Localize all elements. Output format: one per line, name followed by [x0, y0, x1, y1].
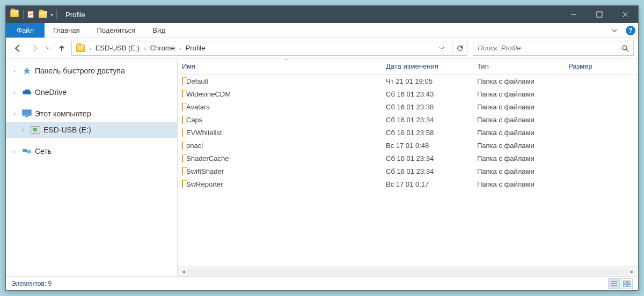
file-date: Сб 16 01 23:38: [382, 103, 473, 111]
view-icons-button[interactable]: [621, 278, 633, 289]
file-name: pnacl: [186, 142, 203, 150]
maximize-button[interactable]: [587, 6, 612, 23]
column-header-date[interactable]: Дата изменения: [382, 62, 473, 70]
breadcrumb-segment[interactable]: ESD-USB (E:): [93, 44, 142, 52]
sidebar-item-esdusb[interactable]: › ESD-USB (E:): [6, 122, 177, 138]
file-date: Сб 16 01 23:58: [382, 129, 473, 137]
sidebar-item-quickaccess[interactable]: › Панель быстрого доступа: [6, 63, 177, 79]
breadcrumb-segment[interactable]: Profile: [184, 44, 208, 52]
file-name: SwiftShader: [186, 167, 224, 175]
svg-rect-10: [23, 149, 27, 152]
address-dropdown-icon[interactable]: [439, 46, 450, 51]
search-icon[interactable]: [621, 45, 629, 52]
file-row[interactable]: DefaultЧт 21 01 19:05Папка с файлами: [178, 75, 638, 87]
folder-icon: [182, 129, 183, 137]
file-name: Avatars: [186, 103, 210, 111]
file-row[interactable]: ShaderCacheСб 16 01 23:34Папка с файлами: [178, 152, 638, 165]
folder-app-icon: [10, 10, 20, 19]
sidebar-label: OneDrive: [35, 88, 67, 97]
svg-rect-11: [27, 150, 31, 153]
sidebar-label: ESD-USB (E:): [43, 125, 91, 134]
window-title: Profile: [65, 11, 85, 19]
file-list[interactable]: DefaultЧт 21 01 19:05Папка с файламиWide…: [178, 75, 638, 267]
ribbon-tab-share[interactable]: Поделиться: [88, 23, 144, 38]
refresh-button[interactable]: [452, 41, 467, 56]
scroll-right-icon[interactable]: ►: [628, 269, 636, 275]
file-row[interactable]: pnaclВс 17 01 0:48Папка с файлами: [178, 139, 638, 152]
folder-icon: [182, 116, 183, 124]
qat-newfolder-icon[interactable]: [39, 11, 47, 18]
navigation-row: › ESD-USB (E:) › Chrome › Profile: [6, 38, 638, 58]
network-icon: [22, 146, 32, 156]
ribbon-tab-view[interactable]: Вид: [144, 23, 174, 38]
sidebar-item-thispc[interactable]: › Этот компьютер: [6, 106, 177, 122]
chevron-right-icon: ›: [13, 148, 19, 154]
file-name: WidevineCDM: [186, 90, 231, 98]
file-name: Caps: [186, 116, 202, 124]
qat-dropdown-icon[interactable]: ▾: [50, 12, 53, 18]
scroll-left-icon[interactable]: ◄: [180, 269, 187, 275]
search-box[interactable]: [473, 41, 634, 56]
breadcrumb-root-icon[interactable]: [74, 45, 87, 52]
file-date: Вс 17 01 0:17: [382, 180, 473, 188]
forward-button[interactable]: [27, 41, 42, 56]
file-type: Папка с файлами: [473, 180, 564, 188]
view-details-button[interactable]: [608, 278, 620, 289]
file-row[interactable]: SwiftShaderСб 16 01 23:34Папка с файлами: [178, 165, 638, 177]
horizontal-scrollbar[interactable]: ◄ ►: [178, 267, 638, 276]
sidebar-item-onedrive[interactable]: › OneDrive: [6, 84, 177, 100]
explorer-window: ▾ Profile Файл Главная Поделиться Вид ? …: [5, 5, 639, 291]
back-button[interactable]: [10, 41, 25, 56]
file-type: Папка с файлами: [473, 103, 564, 111]
sidebar-label: Панель быстрого доступа: [35, 66, 125, 75]
ribbon-tab-file[interactable]: Файл: [6, 23, 45, 38]
file-date: Сб 16 01 23:34: [382, 167, 473, 175]
search-input[interactable]: [478, 44, 621, 52]
history-dropdown-icon[interactable]: [45, 41, 52, 56]
file-row[interactable]: EVWhitelistСб 16 01 23:58Папка с файлами: [178, 126, 638, 139]
qat-divider: [23, 10, 24, 19]
column-header-type[interactable]: Тип: [473, 62, 564, 70]
chevron-right-icon: ›: [22, 127, 27, 133]
file-date: Сб 16 01 23:34: [382, 154, 473, 162]
breadcrumb-segment[interactable]: Chrome: [148, 44, 177, 52]
svg-rect-15: [624, 281, 626, 283]
close-button[interactable]: [612, 6, 638, 23]
column-header-size[interactable]: Размер: [564, 62, 638, 70]
file-name: SwReporter: [186, 180, 223, 188]
folder-icon: [182, 103, 183, 111]
ribbon-tab-home[interactable]: Главная: [45, 23, 88, 38]
chevron-right-icon: ›: [178, 45, 182, 51]
sidebar-item-network[interactable]: › Сеть: [6, 143, 177, 159]
folder-icon: [182, 167, 183, 175]
file-type: Папка с файлами: [473, 116, 564, 124]
up-button[interactable]: [54, 41, 69, 56]
content-pane: Имя ⌃ Дата изменения Тип Размер DefaultЧ…: [178, 58, 638, 276]
qat-properties-icon[interactable]: [27, 10, 35, 19]
file-type: Папка с файлами: [473, 142, 564, 150]
ribbon-collapse-icon[interactable]: [606, 23, 623, 38]
file-row[interactable]: SwReporterВс 17 01 0:17Папка с файлами: [178, 177, 638, 190]
svg-marker-7: [23, 67, 31, 75]
help-icon: ?: [626, 26, 635, 35]
navigation-pane: › Панель быстрого доступа › OneDrive › Э…: [6, 58, 178, 276]
file-row[interactable]: AvatarsСб 16 01 23:38Папка с файлами: [178, 100, 638, 113]
file-date: Вс 17 01 0:48: [382, 142, 473, 150]
file-row[interactable]: CapsСб 16 01 23:34Папка с файлами: [178, 113, 638, 126]
sidebar-label: Этот компьютер: [35, 109, 91, 118]
address-bar[interactable]: › ESD-USB (E:) › Chrome › Profile: [71, 41, 452, 56]
file-type: Папка с файлами: [473, 129, 564, 137]
svg-rect-16: [627, 281, 630, 283]
svg-point-5: [623, 46, 627, 50]
minimize-button[interactable]: [561, 6, 587, 23]
file-row[interactable]: WidevineCDMСб 16 01 23:43Папка с файлами: [178, 87, 638, 100]
file-type: Папка с файлами: [473, 90, 564, 98]
folder-icon: [182, 142, 183, 150]
quick-access-toolbar: ▾: [6, 10, 61, 19]
file-type: Папка с файлами: [473, 77, 564, 85]
svg-rect-2: [597, 12, 602, 17]
file-type: Папка с файлами: [473, 154, 564, 162]
svg-rect-18: [627, 284, 630, 286]
help-button[interactable]: ?: [623, 23, 638, 38]
chevron-right-icon: ›: [143, 45, 147, 51]
